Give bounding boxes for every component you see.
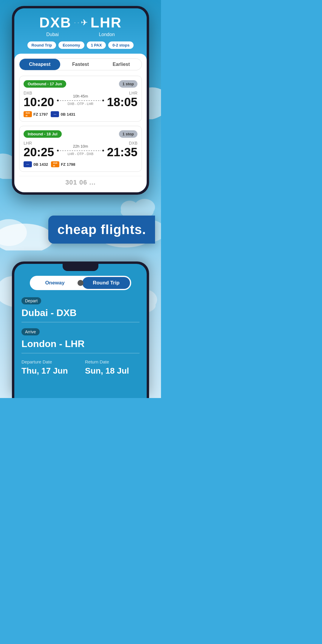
inbound-header: Inbound - 18 Jul 1 stop — [24, 130, 137, 138]
outbound-depart: DXB 10:20 — [24, 91, 54, 109]
inbound-label: Inbound - 18 Jul — [24, 130, 62, 138]
toggle-roundtrip[interactable]: Round Trip — [82, 277, 130, 289]
inbound-arrive: DXB 21:35 — [107, 141, 137, 159]
tab-earliest[interactable]: Earliest — [101, 59, 142, 70]
outbound-flight-num-2: 0B 1431 — [61, 112, 75, 117]
phone-screen-bottom: Oneway Round Trip Depart Dubai - DXB Arr… — [14, 264, 147, 398]
depart-label: Depart — [21, 297, 41, 304]
airline-badge-fz: dubai — [24, 111, 32, 117]
path-dot-right-2 — [102, 150, 104, 151]
arrive-city[interactable]: London - LHR — [21, 338, 140, 353]
depart-city[interactable]: Dubai - DXB — [21, 307, 140, 322]
inbound-airlines: ~~ 0B 1432 dubai FZ 1798 — [24, 161, 137, 167]
to-city-code: LHR — [91, 14, 122, 31]
tab-fastest[interactable]: Fastest — [60, 59, 101, 70]
departure-date-value[interactable]: Thu, 17 Jun — [21, 366, 76, 376]
airline-badge-0b: ~~ — [51, 111, 59, 117]
outbound-label: Outbound - 17 Jun — [24, 80, 66, 88]
inbound-flight-card[interactable]: Inbound - 18 Jul 1 stop LHR 20:25 22h 10… — [19, 126, 142, 172]
promo-section: cheap flights. — [0, 204, 161, 256]
sort-tabs: Cheapest Fastest Earliest — [19, 58, 142, 70]
depart-field: Depart Dubai - DXB — [21, 297, 140, 322]
toggle-dot — [78, 280, 83, 286]
outbound-airlines: dubai FZ 1797 ~~ 0B 1431 — [24, 111, 137, 117]
from-city-name: Dubai — [46, 32, 59, 37]
promo-text: cheap flights. — [57, 222, 146, 237]
inbound-route: LHR 20:25 22h 10m LHR - OTP - DXB — [24, 141, 137, 159]
inbound-airline-1: ~~ 0B 1432 — [24, 161, 48, 167]
route-row: DXB - - ✈ LHR — [20, 14, 141, 31]
inbound-airline-2: dubai FZ 1798 — [51, 161, 75, 167]
inbound-duration: 22h 10m — [57, 144, 104, 148]
path-line-2 — [57, 150, 104, 151]
outbound-flight-num-1: FZ 1797 — [33, 112, 48, 117]
departure-date-label: Departure Date — [21, 359, 76, 364]
search-form: Depart Dubai - DXB Arrive London - LHR D… — [14, 297, 147, 380]
filter-cabin[interactable]: Economy — [58, 41, 84, 49]
plane-dots-left: - - — [74, 21, 79, 25]
results-area: Cheapest Fastest Earliest Outbound - 17 … — [14, 54, 147, 192]
tab-cheapest[interactable]: Cheapest — [19, 59, 60, 70]
plane-icon-area: - - ✈ — [74, 18, 87, 27]
price-preview: 301 06 ... — [19, 176, 142, 188]
path-dot-right-1 — [102, 100, 104, 101]
phone-frame-top: DXB - - ✈ LHR Dubai London Round Trip Ec… — [12, 6, 149, 195]
airline-badge-fz-2: dubai — [51, 161, 59, 167]
path-dot-left-1 — [57, 100, 59, 101]
phone-header: DXB - - ✈ LHR Dubai London Round Trip Ec… — [14, 8, 147, 54]
outbound-airline-2: ~~ 0B 1431 — [51, 111, 75, 117]
trip-toggle: Oneway Round Trip — [14, 276, 147, 290]
return-date-label: Return Date — [85, 359, 140, 364]
path-dashes-2 — [60, 151, 101, 151]
inbound-depart: LHR 20:25 — [24, 141, 54, 159]
inbound-flight-num-2: FZ 1798 — [61, 162, 75, 167]
return-date-col: Return Date Sun, 18 Jul — [85, 359, 140, 376]
path-dashes-1 — [60, 100, 101, 101]
outbound-flight-card[interactable]: Outbound - 17 Jun 1 stop DXB 10:20 10h 4… — [19, 76, 142, 122]
outbound-header: Outbound - 17 Jun 1 stop — [24, 80, 137, 88]
city-names-row: Dubai London — [20, 32, 141, 37]
outbound-duration: 10h 45m — [57, 94, 104, 98]
phone-screen-top: DXB - - ✈ LHR Dubai London Round Trip Ec… — [14, 8, 147, 192]
arrive-label: Arrive — [21, 328, 40, 335]
outbound-depart-time: 10:20 — [24, 95, 54, 109]
phone-frame-bottom: Oneway Round Trip Depart Dubai - DXB Arr… — [12, 261, 149, 398]
date-row: Departure Date Thu, 17 Jun Return Date S… — [21, 359, 140, 380]
filter-trip-type[interactable]: Round Trip — [27, 41, 56, 49]
inbound-stops: 1 stop — [119, 130, 137, 138]
outbound-path: 10h 45m DXB - OTP - LHR — [54, 94, 107, 106]
outbound-via: DXB - OTP - LHR — [57, 102, 104, 106]
inbound-path: 22h 10m LHR - OTP - DXB — [54, 144, 107, 156]
departure-date-col: Departure Date Thu, 17 Jun — [21, 359, 76, 376]
outbound-route: DXB 10:20 10h 45m DXB - OTP - LHR — [24, 91, 137, 109]
inbound-from-code: LHR — [24, 141, 54, 145]
airline-badge-0b-2: ~~ — [24, 161, 32, 167]
promo-box: cheap flights. — [48, 216, 155, 244]
inbound-to-code: DXB — [107, 141, 137, 145]
inbound-flight-num-1: 0B 1432 — [33, 162, 48, 167]
outbound-arrive: LHR 18:05 — [107, 91, 137, 109]
inbound-via: LHR - OTP - DXB — [57, 152, 104, 156]
phone-notch — [63, 264, 98, 271]
outbound-airline-1: dubai FZ 1797 — [24, 111, 48, 117]
filter-tags: Round Trip Economy 1 PAX 0-2 stops — [20, 41, 141, 54]
path-dot-left-2 — [57, 150, 59, 151]
return-date-value[interactable]: Sun, 18 Jul — [85, 366, 140, 376]
filter-pax[interactable]: 1 PAX — [87, 41, 106, 49]
to-city-name: London — [99, 32, 114, 37]
outbound-stops: 1 stop — [119, 80, 137, 88]
outbound-arrive-time: 18:05 — [107, 95, 137, 109]
from-city-code: DXB — [39, 14, 71, 31]
outbound-to-code: LHR — [107, 91, 137, 95]
filter-stops[interactable]: 0-2 stops — [108, 41, 134, 49]
outbound-from-code: DXB — [24, 91, 54, 95]
plane-icon: ✈ — [81, 18, 88, 27]
toggle-container: Oneway Round Trip — [30, 276, 131, 290]
inbound-arrive-time: 21:35 — [107, 145, 137, 159]
arrive-field: Arrive London - LHR — [21, 328, 140, 353]
toggle-oneway[interactable]: Oneway — [31, 277, 79, 289]
path-line-1 — [57, 100, 104, 101]
inbound-depart-time: 20:25 — [24, 145, 54, 159]
